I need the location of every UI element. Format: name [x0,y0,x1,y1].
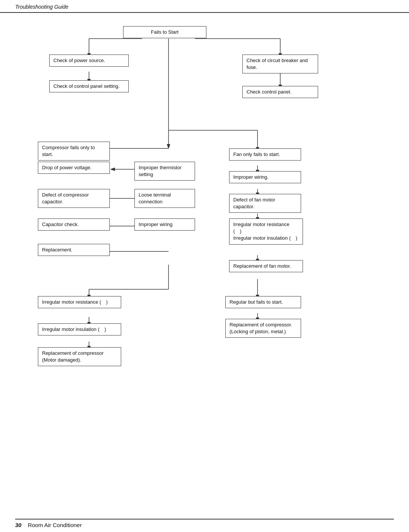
svg-marker-12 [167,144,170,148]
compressor-fails-box: Compressor fails only to start. [38,142,110,161]
defect-fan-motor-cap-box: Defect of fan motor capacitor. [229,194,301,213]
drop-power-voltage-box: Drop of power voltage. [38,162,110,174]
replacement-fan-motor-box: Replacement of fan motor. [229,260,303,272]
replacement-compressor-piston-box: Replacement of compressor. (Locking of p… [225,319,301,338]
page-footer: 30 Room Air Conditioner [15,519,394,528]
irregular-motor-ins-bottom-box: Irregular motor insulation ( ) [38,323,121,335]
check-control-panel-box: Check control panel. [242,86,318,98]
irregular-motor-res-bottom-box: Irregular motor resistance ( ) [38,296,121,308]
replacement-compressor-motor-box: Replacement of compressor (Motor damaged… [38,347,121,366]
svg-marker-19 [111,168,115,171]
improper-wiring-fan-box: Improper wiring. [229,171,301,183]
fan-only-fails-box: Fan only fails to start. [229,148,301,161]
page-header: Troubleshooting Guide [0,0,409,13]
fails-to-start-box: Fails to Start [123,26,206,38]
defect-compressor-cap-box: Defect of compressor capacitor. [38,189,110,208]
check-circuit-breaker-box: Check of circuit breaker and fuse. [242,55,318,73]
improper-thermistor-box: Improper thermistor setting [134,162,195,181]
irregular-motor-res-ins-box: Irregular motor resistance ( ) Irregular… [229,218,303,245]
regular-but-fails-box: Regular but fails to start. [225,296,301,308]
capacitor-check-box: Capacitor check. [38,218,110,231]
replacement-left-box: Replacement. [38,244,110,256]
improper-wiring-mid-box: Improper wiring [134,218,195,231]
check-power-source-box: Check of power source. [49,55,129,67]
check-control-panel-setting-box: Check of control panel setting. [49,80,129,92]
loose-terminal-box: Loose terminal connection [134,189,195,208]
